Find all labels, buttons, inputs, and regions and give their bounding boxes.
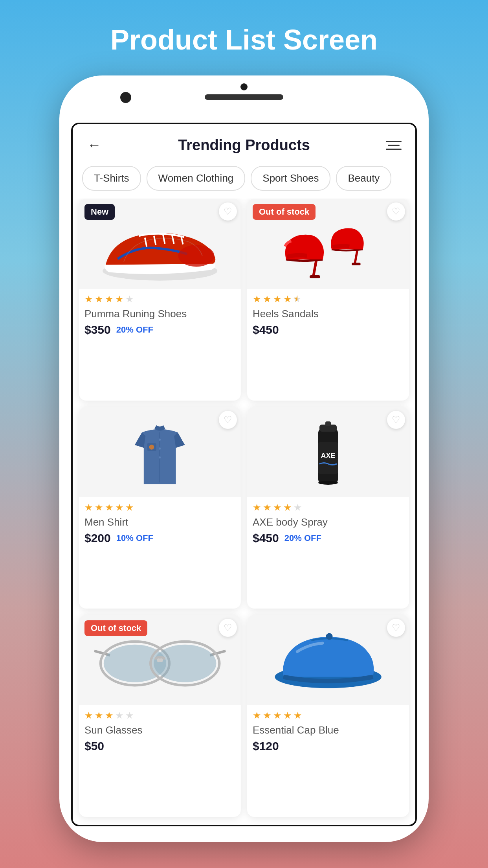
tab-sport-shoes[interactable]: Sport Shoes (251, 166, 330, 191)
product-info-3: ★ ★ ★ ★ ★ Men Shirt $200 10% OFF (79, 497, 241, 545)
wishlist-button-1[interactable]: ♡ (219, 202, 237, 221)
product-card-2[interactable]: Out of stock ♡ (247, 199, 409, 401)
product-image-spray: AXE (308, 413, 348, 491)
star: ★ (253, 294, 261, 305)
product-card-4[interactable]: ♡ AXE (247, 407, 409, 609)
product-image-area-5: Out of stock ♡ (79, 615, 241, 705)
page-title: Product List Screen (110, 24, 378, 56)
svg-point-12 (159, 438, 161, 440)
product-name-5: Sun Glasses (84, 724, 235, 736)
product-card-1[interactable]: New ♡ (79, 199, 241, 401)
star: ★ (95, 502, 103, 513)
star: ★ (283, 502, 292, 513)
product-name-1: Pumma Runing Shoes (84, 308, 235, 320)
star: ★ (273, 710, 282, 721)
product-name-2: Heels Sandals (253, 308, 404, 320)
star: ★ (294, 710, 302, 721)
star: ★ (115, 502, 124, 513)
star: ★ (84, 502, 93, 513)
star-row-4: ★ ★ ★ ★ ★ (253, 502, 404, 513)
tab-beauty[interactable]: Beauty (336, 166, 391, 191)
product-price-row-6: $120 (253, 739, 404, 753)
product-card-5[interactable]: Out of stock ♡ (79, 615, 241, 817)
screen: ← Trending Products T-Shirts Women Cloth… (71, 123, 417, 826)
svg-point-32 (326, 633, 332, 640)
svg-rect-10 (352, 263, 361, 265)
product-discount-4: 20% OFF (284, 533, 321, 543)
wishlist-button-2[interactable]: ♡ (387, 202, 405, 221)
product-price-4: $450 (253, 531, 279, 545)
product-info-2: ★ ★ ★ ★ ★ ★ Heels Sandals $450 (247, 289, 409, 337)
product-card-6[interactable]: ♡ (247, 615, 409, 817)
product-price-3: $200 (84, 531, 111, 545)
product-name-4: AXE body Spray (253, 516, 404, 528)
filter-icon-bot (386, 149, 402, 150)
star-row-2: ★ ★ ★ ★ ★ ★ (253, 294, 404, 305)
wishlist-button-3[interactable]: ♡ (219, 411, 237, 429)
product-price-row-5: $50 (84, 739, 235, 753)
svg-point-22 (318, 481, 338, 485)
svg-point-6 (178, 245, 214, 267)
svg-point-14 (159, 456, 161, 458)
category-tabs: T-Shirts Women Clothing Sport Shoes Beau… (73, 166, 415, 199)
svg-point-30 (159, 658, 163, 662)
svg-point-28 (154, 645, 216, 682)
phone-frame: ← Trending Products T-Shirts Women Cloth… (59, 75, 429, 842)
app-header-title: Trending Products (178, 137, 310, 154)
product-image-area-3: ♡ (79, 407, 241, 497)
wishlist-button-6[interactable]: ♡ (387, 619, 405, 637)
product-price-5: $50 (84, 739, 104, 753)
product-image-area-4: ♡ AXE (247, 407, 409, 497)
star: ★ (253, 502, 261, 513)
product-discount-3: 10% OFF (116, 533, 153, 543)
star-empty: ★ (294, 502, 302, 513)
product-price-2: $450 (253, 323, 279, 337)
star: ★ (263, 502, 272, 513)
product-price-1: $350 (84, 323, 111, 337)
product-info-6: ★ ★ ★ ★ ★ Essential Cap Blue $120 (247, 705, 409, 753)
tab-women-clothing[interactable]: Women Clothing (147, 166, 246, 191)
product-discount-1: 20% OFF (116, 325, 153, 335)
star: ★ (105, 502, 114, 513)
product-info-1: ★ ★ ★ ★ ★ Pumma Runing Shoes $350 20% OF… (79, 289, 241, 337)
product-card-3[interactable]: ♡ (79, 407, 241, 609)
star-empty: ★ (125, 294, 134, 305)
svg-line-9 (355, 249, 358, 264)
filter-button[interactable] (384, 135, 404, 155)
product-badge-out-5: Out of stock (84, 620, 147, 636)
app-header: ← Trending Products (73, 124, 415, 166)
star: ★ (273, 502, 282, 513)
star: ★ (105, 710, 114, 721)
phone-dot (240, 83, 248, 90)
phone-speaker (205, 94, 283, 100)
svg-line-7 (314, 259, 317, 277)
product-image-area-1: New ♡ (79, 199, 241, 289)
star: ★ (263, 710, 272, 721)
star: ★ (283, 294, 292, 305)
product-grid: New ♡ (73, 199, 415, 825)
svg-point-16 (149, 445, 154, 450)
product-info-5: ★ ★ ★ ★ ★ Sun Glasses $50 (79, 705, 241, 753)
star: ★ (84, 710, 93, 721)
product-badge-out-2: Out of stock (253, 204, 316, 220)
star: ★ (95, 710, 103, 721)
wishlist-button-4[interactable]: ♡ (387, 411, 405, 429)
phone-top-bar (59, 75, 429, 123)
tab-tshirts[interactable]: T-Shirts (82, 166, 141, 191)
product-image-shirt (131, 413, 188, 491)
star: ★ (115, 294, 124, 305)
wishlist-button-5[interactable]: ♡ (219, 619, 237, 637)
star-empty: ★ (115, 710, 124, 721)
star: ★ (84, 294, 93, 305)
product-name-6: Essential Cap Blue (253, 724, 404, 736)
filter-icon (386, 141, 402, 142)
star: ★ (273, 294, 282, 305)
star: ★ (105, 294, 114, 305)
star: ★ (283, 710, 292, 721)
svg-text:AXE: AXE (321, 452, 335, 460)
star-row-3: ★ ★ ★ ★ ★ (84, 502, 235, 513)
star: ★ (125, 502, 134, 513)
star: ★ (253, 710, 261, 721)
back-button[interactable]: ← (84, 135, 104, 155)
product-price-row-2: $450 (253, 323, 404, 337)
